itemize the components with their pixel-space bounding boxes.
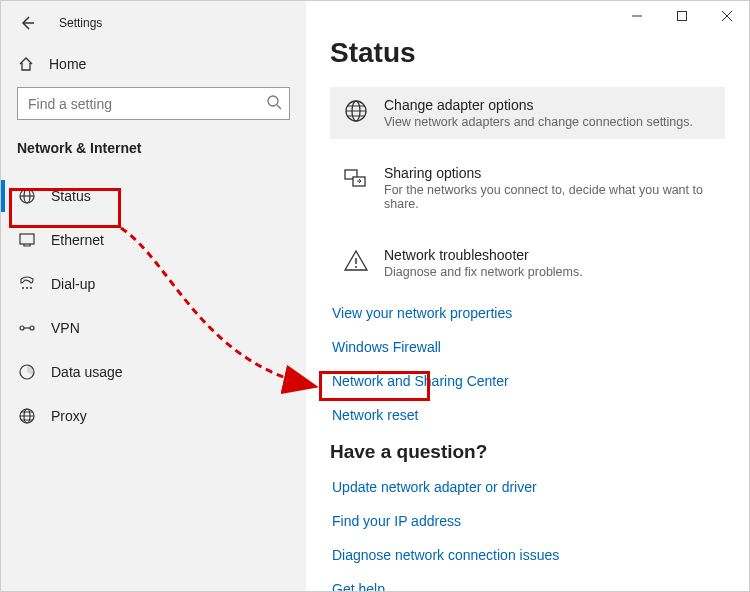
link-view-properties[interactable]: View your network properties — [330, 305, 725, 321]
section-heading: Network & Internet — [1, 138, 306, 174]
close-icon — [722, 11, 732, 21]
tile-sub: Diagnose and fix network problems. — [384, 265, 583, 279]
ethernet-icon — [17, 230, 37, 250]
svg-point-17 — [355, 266, 357, 268]
dialup-icon — [17, 274, 37, 294]
tile-body: Change adapter options View network adap… — [384, 97, 693, 129]
tile-sub: View network adapters and change connect… — [384, 115, 693, 129]
back-button[interactable] — [17, 13, 37, 33]
question-heading: Have a question? — [330, 441, 725, 463]
svg-point-7 — [20, 326, 24, 330]
nav-item-vpn[interactable]: VPN — [1, 306, 306, 350]
svg-point-4 — [22, 287, 24, 289]
tile-title: Sharing options — [384, 165, 713, 181]
tile-body: Sharing options For the networks you con… — [384, 165, 713, 211]
tile-title: Network troubleshooter — [384, 247, 583, 263]
sidebar: Settings Home Network & Internet Status — [1, 1, 306, 591]
tile-sharing-options[interactable]: Sharing options For the networks you con… — [330, 155, 725, 221]
status-icon — [17, 186, 37, 206]
svg-point-5 — [26, 287, 28, 289]
window-controls — [614, 1, 749, 31]
help-link-update-adapter[interactable]: Update network adapter or driver — [330, 479, 725, 495]
nav-list: Status Ethernet Dial-up VPN — [1, 174, 306, 438]
maximize-button[interactable] — [659, 1, 704, 31]
nav-item-ethernet[interactable]: Ethernet — [1, 218, 306, 262]
settings-window: Settings Home Network & Internet Status — [0, 0, 750, 592]
datausage-icon — [17, 362, 37, 382]
nav-label: Dial-up — [51, 276, 95, 292]
tile-body: Network troubleshooter Diagnose and fix … — [384, 247, 583, 279]
home-row[interactable]: Home — [1, 35, 306, 87]
svg-rect-12 — [677, 12, 686, 21]
home-label: Home — [49, 56, 86, 72]
search-icon — [266, 94, 282, 114]
tile-title: Change adapter options — [384, 97, 693, 113]
main-area: Status Change adapter options View netwo… — [306, 1, 749, 591]
nav-item-datausage[interactable]: Data usage — [1, 350, 306, 394]
app-title: Settings — [59, 16, 102, 30]
nav-item-proxy[interactable]: Proxy — [1, 394, 306, 438]
tile-adapter-options[interactable]: Change adapter options View network adap… — [330, 87, 725, 139]
nav-label: VPN — [51, 320, 80, 336]
nav-label: Status — [51, 188, 91, 204]
sharing-icon — [342, 165, 370, 193]
nav-label: Proxy — [51, 408, 87, 424]
troubleshooter-icon — [342, 247, 370, 275]
search-input[interactable] — [17, 87, 290, 120]
nav-item-dialup[interactable]: Dial-up — [1, 262, 306, 306]
help-link-find-ip[interactable]: Find your IP address — [330, 513, 725, 529]
adapter-icon — [342, 97, 370, 125]
tile-troubleshooter[interactable]: Network troubleshooter Diagnose and fix … — [330, 237, 725, 289]
minimize-button[interactable] — [614, 1, 659, 31]
nav-label: Data usage — [51, 364, 123, 380]
svg-point-0 — [268, 96, 278, 106]
svg-point-8 — [30, 326, 34, 330]
home-icon — [17, 55, 35, 73]
search-wrap — [17, 87, 290, 120]
help-link-get-help[interactable]: Get help — [330, 581, 725, 591]
nav-item-status[interactable]: Status — [1, 174, 306, 218]
link-network-sharing-center[interactable]: Network and Sharing Center — [330, 373, 725, 389]
page-title: Status — [330, 37, 725, 69]
svg-rect-3 — [20, 234, 34, 244]
svg-point-6 — [30, 287, 32, 289]
tile-sub: For the networks you connect to, decide … — [384, 183, 713, 211]
link-network-reset[interactable]: Network reset — [330, 407, 725, 423]
link-windows-firewall[interactable]: Windows Firewall — [330, 339, 725, 355]
minimize-icon — [632, 11, 642, 21]
maximize-icon — [677, 11, 687, 21]
close-button[interactable] — [704, 1, 749, 31]
vpn-icon — [17, 318, 37, 338]
help-link-diagnose[interactable]: Diagnose network connection issues — [330, 547, 725, 563]
titlebar-left: Settings — [1, 11, 306, 35]
proxy-icon — [17, 406, 37, 426]
back-arrow-icon — [19, 15, 35, 31]
nav-label: Ethernet — [51, 232, 104, 248]
